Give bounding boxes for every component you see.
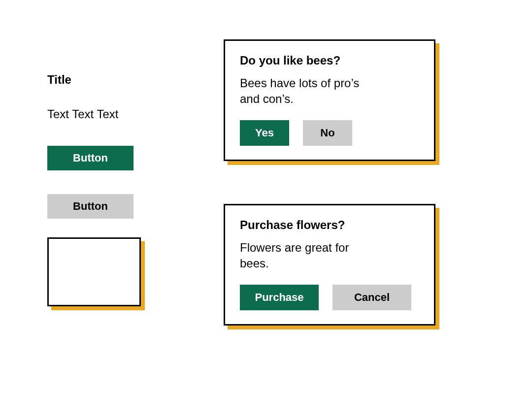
example-body-text: Text Text Text [47,107,119,121]
dialog-purchase-actions: Purchase Cancel [240,285,419,310]
dialog-bees-yes-button[interactable]: Yes [240,120,289,146]
example-secondary-button[interactable]: Button [47,194,133,219]
dialog-purchase-cancel-button[interactable]: Cancel [332,285,411,310]
dialog-purchase: Purchase flowers? Flowers are great for … [224,204,435,326]
example-panel [47,237,141,306]
dialog-bees: Do you like bees? Bees have lots of pro’… [224,39,435,161]
dialog-bees-actions: Yes No [240,120,419,146]
example-primary-button[interactable]: Button [47,146,133,170]
dialog-purchase-title: Purchase flowers? [240,218,419,232]
example-title: Title [47,73,71,87]
dialog-purchase-confirm-button[interactable]: Purchase [240,285,319,310]
dialog-bees-title: Do you like bees? [240,54,419,67]
canvas: Title Text Text Text Button Button Do yo… [0,0,532,394]
dialog-purchase-body: Flowers are great for bees. [240,240,378,272]
dialog-bees-no-button[interactable]: No [303,120,352,146]
dialog-bees-body: Bees have lots of pro’s and con’s. [240,75,378,107]
